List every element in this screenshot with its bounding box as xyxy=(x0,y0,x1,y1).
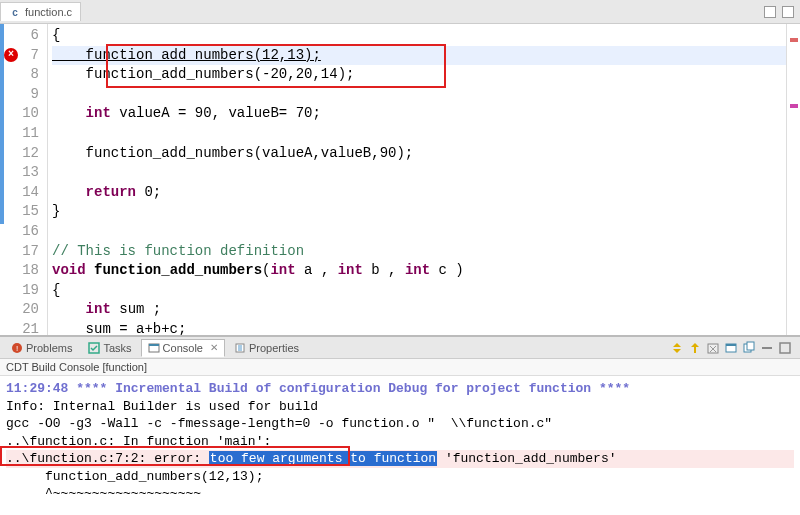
line-number: 19 xyxy=(22,281,39,301)
error-selection: too few arguments to function xyxy=(209,451,437,466)
tab-tasks[interactable]: Tasks xyxy=(81,339,138,357)
console-line: ..\function.c: In function 'main': xyxy=(6,433,794,451)
console-toolbar xyxy=(670,341,792,355)
code-line[interactable]: function_add_numbers(valueA,valueB,90); xyxy=(52,144,796,164)
svg-rect-16 xyxy=(747,342,754,350)
code-line[interactable]: { xyxy=(52,281,796,301)
code-line[interactable]: function_add_numbers(-20,20,14); xyxy=(52,65,796,85)
console-line: function_add_numbers(12,13); xyxy=(6,468,794,486)
code-line[interactable]: void function_add_numbers(int a , int b … xyxy=(52,261,796,281)
svg-rect-17 xyxy=(762,347,772,349)
code-line[interactable]: } xyxy=(52,202,796,222)
line-number: 21 xyxy=(22,320,39,335)
line-number: 9 xyxy=(22,85,39,105)
code-line[interactable]: { xyxy=(52,26,796,46)
error-marker-icon[interactable] xyxy=(4,48,18,62)
code-line[interactable] xyxy=(52,222,796,242)
code-line[interactable]: return 0; xyxy=(52,183,796,203)
code-line[interactable] xyxy=(52,163,796,183)
console-line: ^~~~~~~~~~~~~~~~~~~~ xyxy=(6,485,794,503)
editor-tab-label: function.c xyxy=(25,6,72,18)
tab-label: Properties xyxy=(249,342,299,354)
svg-rect-18 xyxy=(780,343,790,353)
line-number: 17 xyxy=(22,242,39,262)
minimize-panel-icon[interactable] xyxy=(760,341,774,355)
line-number: 11 xyxy=(22,124,39,144)
console-line-header: 11:29:48 **** Incremental Build of confi… xyxy=(6,380,794,398)
tab-problems[interactable]: ! Problems xyxy=(4,339,79,357)
svg-rect-4 xyxy=(149,344,159,346)
console-icon xyxy=(148,342,160,354)
tab-label: Problems xyxy=(26,342,72,354)
code-line[interactable] xyxy=(52,85,796,105)
line-number: 8 xyxy=(22,65,39,85)
console-line: Info: Internal Builder is used for build xyxy=(6,398,794,416)
problems-icon: ! xyxy=(11,342,23,354)
line-number: 12 xyxy=(22,144,39,164)
code-content[interactable]: { function_add_numbers(12,13); function_… xyxy=(48,24,800,335)
tab-label: Console xyxy=(163,342,203,354)
overview-error-marker[interactable] xyxy=(790,38,798,42)
code-line[interactable]: sum = a+b+c; xyxy=(52,320,796,335)
svg-rect-9 xyxy=(694,347,696,353)
code-line[interactable]: int sum ; xyxy=(52,300,796,320)
maximize-panel-icon[interactable] xyxy=(778,341,792,355)
tab-console[interactable]: Console ✕ xyxy=(141,339,225,357)
clear-console-icon[interactable] xyxy=(706,341,720,355)
code-line[interactable]: function_add_numbers(12,13); xyxy=(52,46,796,66)
c-file-icon: c xyxy=(9,6,21,18)
overview-marker[interactable] xyxy=(790,104,798,108)
code-editor[interactable]: 6789101112131415161718192021 { function_… xyxy=(0,24,800,335)
tasks-icon xyxy=(88,342,100,354)
editor-tab-function-c[interactable]: c function.c xyxy=(0,2,81,21)
line-number: 18 xyxy=(22,261,39,281)
line-number: 10 xyxy=(22,104,39,124)
line-number: 20 xyxy=(22,300,39,320)
console-title: CDT Build Console [function] xyxy=(0,359,800,376)
pin-icon[interactable] xyxy=(688,341,702,355)
line-number: 15 xyxy=(22,202,39,222)
tab-label: Tasks xyxy=(103,342,131,354)
console-error-line: ..\function.c:7:2: error: too few argume… xyxy=(6,450,794,468)
line-number: 14 xyxy=(22,183,39,203)
tab-properties[interactable]: Properties xyxy=(227,339,306,357)
bottom-panel: ! Problems Tasks Console ✕ Properties xyxy=(0,335,800,515)
close-icon[interactable]: ✕ xyxy=(210,342,218,353)
scroll-lock-icon[interactable] xyxy=(670,341,684,355)
console-output[interactable]: 11:29:48 **** Incremental Build of confi… xyxy=(0,376,800,515)
line-number-gutter: 6789101112131415161718192021 xyxy=(18,24,48,335)
minimize-icon[interactable] xyxy=(764,6,776,18)
console-line: gcc -O0 -g3 -Wall -c -fmessage-length=0 … xyxy=(6,415,794,433)
svg-text:!: ! xyxy=(16,344,18,353)
editor-tab-bar: c function.c xyxy=(0,0,800,24)
svg-rect-14 xyxy=(726,344,736,346)
line-number: 13 xyxy=(22,163,39,183)
line-number: 16 xyxy=(22,222,39,242)
line-number: 7 xyxy=(22,46,39,66)
line-number: 6 xyxy=(22,26,39,46)
display-selected-icon[interactable] xyxy=(742,341,756,355)
code-line[interactable] xyxy=(52,124,796,144)
maximize-icon[interactable] xyxy=(782,6,794,18)
bottom-tab-bar: ! Problems Tasks Console ✕ Properties xyxy=(0,337,800,359)
code-line[interactable]: // This is function definition xyxy=(52,242,796,262)
overview-ruler[interactable] xyxy=(786,24,800,335)
code-line[interactable]: int valueA = 90, valueB= 70; xyxy=(52,104,796,124)
properties-icon xyxy=(234,342,246,354)
editor-toolbar xyxy=(764,6,794,18)
open-console-icon[interactable] xyxy=(724,341,738,355)
